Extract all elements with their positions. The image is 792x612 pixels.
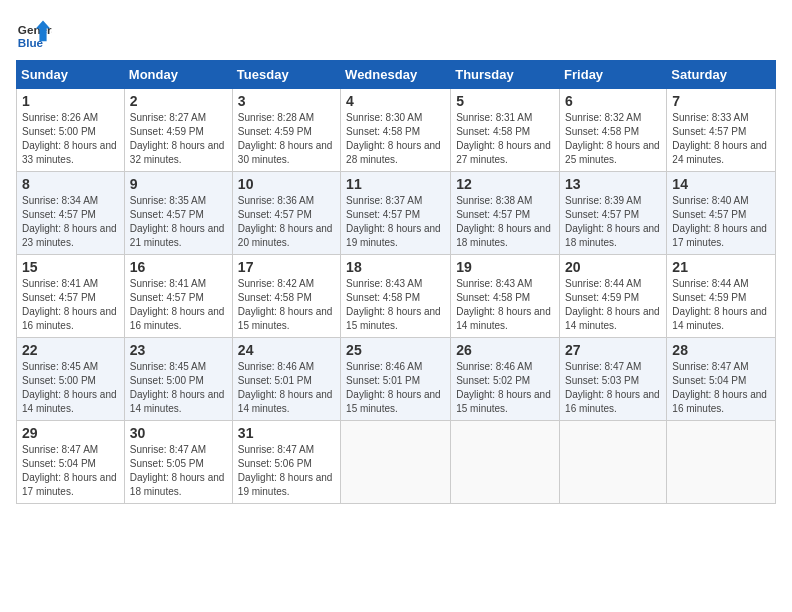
- calendar-cell: 8 Sunrise: 8:34 AMSunset: 4:57 PMDayligh…: [17, 172, 125, 255]
- day-number: 12: [456, 176, 554, 192]
- cell-info: Sunrise: 8:45 AMSunset: 5:00 PMDaylight:…: [130, 361, 225, 414]
- day-number: 23: [130, 342, 227, 358]
- calendar-week-5: 29 Sunrise: 8:47 AMSunset: 5:04 PMDaylig…: [17, 421, 776, 504]
- day-number: 15: [22, 259, 119, 275]
- calendar-cell: 15 Sunrise: 8:41 AMSunset: 4:57 PMDaylig…: [17, 255, 125, 338]
- cell-info: Sunrise: 8:35 AMSunset: 4:57 PMDaylight:…: [130, 195, 225, 248]
- calendar-cell: 4 Sunrise: 8:30 AMSunset: 4:58 PMDayligh…: [341, 89, 451, 172]
- day-number: 13: [565, 176, 661, 192]
- cell-info: Sunrise: 8:44 AMSunset: 4:59 PMDaylight:…: [565, 278, 660, 331]
- cell-info: Sunrise: 8:34 AMSunset: 4:57 PMDaylight:…: [22, 195, 117, 248]
- calendar-cell: 17 Sunrise: 8:42 AMSunset: 4:58 PMDaylig…: [232, 255, 340, 338]
- calendar-cell: 3 Sunrise: 8:28 AMSunset: 4:59 PMDayligh…: [232, 89, 340, 172]
- cell-info: Sunrise: 8:43 AMSunset: 4:58 PMDaylight:…: [456, 278, 551, 331]
- day-number: 20: [565, 259, 661, 275]
- calendar-cell: 22 Sunrise: 8:45 AMSunset: 5:00 PMDaylig…: [17, 338, 125, 421]
- day-number: 22: [22, 342, 119, 358]
- cell-info: Sunrise: 8:47 AMSunset: 5:04 PMDaylight:…: [672, 361, 767, 414]
- calendar-cell: 21 Sunrise: 8:44 AMSunset: 4:59 PMDaylig…: [667, 255, 776, 338]
- cell-info: Sunrise: 8:47 AMSunset: 5:03 PMDaylight:…: [565, 361, 660, 414]
- day-number: 10: [238, 176, 335, 192]
- calendar-cell: 16 Sunrise: 8:41 AMSunset: 4:57 PMDaylig…: [124, 255, 232, 338]
- day-number: 14: [672, 176, 770, 192]
- day-number: 9: [130, 176, 227, 192]
- calendar-cell: 23 Sunrise: 8:45 AMSunset: 5:00 PMDaylig…: [124, 338, 232, 421]
- day-number: 19: [456, 259, 554, 275]
- calendar-cell: 11 Sunrise: 8:37 AMSunset: 4:57 PMDaylig…: [341, 172, 451, 255]
- calendar-cell: 10 Sunrise: 8:36 AMSunset: 4:57 PMDaylig…: [232, 172, 340, 255]
- cell-info: Sunrise: 8:27 AMSunset: 4:59 PMDaylight:…: [130, 112, 225, 165]
- day-number: 27: [565, 342, 661, 358]
- day-number: 11: [346, 176, 445, 192]
- cell-info: Sunrise: 8:32 AMSunset: 4:58 PMDaylight:…: [565, 112, 660, 165]
- cell-info: Sunrise: 8:47 AMSunset: 5:04 PMDaylight:…: [22, 444, 117, 497]
- cell-info: Sunrise: 8:41 AMSunset: 4:57 PMDaylight:…: [22, 278, 117, 331]
- calendar-cell: [451, 421, 560, 504]
- day-number: 2: [130, 93, 227, 109]
- cell-info: Sunrise: 8:44 AMSunset: 4:59 PMDaylight:…: [672, 278, 767, 331]
- page-header: General Blue: [16, 16, 776, 52]
- calendar-header-row: SundayMondayTuesdayWednesdayThursdayFrid…: [17, 61, 776, 89]
- calendar-week-4: 22 Sunrise: 8:45 AMSunset: 5:00 PMDaylig…: [17, 338, 776, 421]
- cell-info: Sunrise: 8:31 AMSunset: 4:58 PMDaylight:…: [456, 112, 551, 165]
- cell-info: Sunrise: 8:46 AMSunset: 5:01 PMDaylight:…: [238, 361, 333, 414]
- cell-info: Sunrise: 8:47 AMSunset: 5:05 PMDaylight:…: [130, 444, 225, 497]
- col-header-monday: Monday: [124, 61, 232, 89]
- day-number: 29: [22, 425, 119, 441]
- calendar-cell: 30 Sunrise: 8:47 AMSunset: 5:05 PMDaylig…: [124, 421, 232, 504]
- calendar-cell: 1 Sunrise: 8:26 AMSunset: 5:00 PMDayligh…: [17, 89, 125, 172]
- cell-info: Sunrise: 8:33 AMSunset: 4:57 PMDaylight:…: [672, 112, 767, 165]
- calendar-cell: 14 Sunrise: 8:40 AMSunset: 4:57 PMDaylig…: [667, 172, 776, 255]
- col-header-wednesday: Wednesday: [341, 61, 451, 89]
- col-header-thursday: Thursday: [451, 61, 560, 89]
- calendar-cell: 25 Sunrise: 8:46 AMSunset: 5:01 PMDaylig…: [341, 338, 451, 421]
- calendar-cell: [667, 421, 776, 504]
- day-number: 8: [22, 176, 119, 192]
- day-number: 17: [238, 259, 335, 275]
- calendar-week-2: 8 Sunrise: 8:34 AMSunset: 4:57 PMDayligh…: [17, 172, 776, 255]
- logo: General Blue: [16, 16, 52, 52]
- cell-info: Sunrise: 8:46 AMSunset: 5:02 PMDaylight:…: [456, 361, 551, 414]
- calendar-cell: 27 Sunrise: 8:47 AMSunset: 5:03 PMDaylig…: [560, 338, 667, 421]
- day-number: 5: [456, 93, 554, 109]
- cell-info: Sunrise: 8:47 AMSunset: 5:06 PMDaylight:…: [238, 444, 333, 497]
- cell-info: Sunrise: 8:42 AMSunset: 4:58 PMDaylight:…: [238, 278, 333, 331]
- calendar-cell: 18 Sunrise: 8:43 AMSunset: 4:58 PMDaylig…: [341, 255, 451, 338]
- col-header-friday: Friday: [560, 61, 667, 89]
- calendar-week-1: 1 Sunrise: 8:26 AMSunset: 5:00 PMDayligh…: [17, 89, 776, 172]
- cell-info: Sunrise: 8:37 AMSunset: 4:57 PMDaylight:…: [346, 195, 441, 248]
- col-header-sunday: Sunday: [17, 61, 125, 89]
- calendar-cell: [560, 421, 667, 504]
- day-number: 16: [130, 259, 227, 275]
- calendar-table: SundayMondayTuesdayWednesdayThursdayFrid…: [16, 60, 776, 504]
- day-number: 25: [346, 342, 445, 358]
- calendar-cell: 7 Sunrise: 8:33 AMSunset: 4:57 PMDayligh…: [667, 89, 776, 172]
- day-number: 28: [672, 342, 770, 358]
- calendar-cell: 2 Sunrise: 8:27 AMSunset: 4:59 PMDayligh…: [124, 89, 232, 172]
- calendar-cell: 6 Sunrise: 8:32 AMSunset: 4:58 PMDayligh…: [560, 89, 667, 172]
- cell-info: Sunrise: 8:39 AMSunset: 4:57 PMDaylight:…: [565, 195, 660, 248]
- day-number: 31: [238, 425, 335, 441]
- day-number: 26: [456, 342, 554, 358]
- calendar-cell: 13 Sunrise: 8:39 AMSunset: 4:57 PMDaylig…: [560, 172, 667, 255]
- cell-info: Sunrise: 8:45 AMSunset: 5:00 PMDaylight:…: [22, 361, 117, 414]
- day-number: 3: [238, 93, 335, 109]
- cell-info: Sunrise: 8:41 AMSunset: 4:57 PMDaylight:…: [130, 278, 225, 331]
- calendar-cell: 9 Sunrise: 8:35 AMSunset: 4:57 PMDayligh…: [124, 172, 232, 255]
- cell-info: Sunrise: 8:38 AMSunset: 4:57 PMDaylight:…: [456, 195, 551, 248]
- cell-info: Sunrise: 8:40 AMSunset: 4:57 PMDaylight:…: [672, 195, 767, 248]
- col-header-tuesday: Tuesday: [232, 61, 340, 89]
- day-number: 4: [346, 93, 445, 109]
- day-number: 24: [238, 342, 335, 358]
- day-number: 30: [130, 425, 227, 441]
- cell-info: Sunrise: 8:30 AMSunset: 4:58 PMDaylight:…: [346, 112, 441, 165]
- calendar-cell: 24 Sunrise: 8:46 AMSunset: 5:01 PMDaylig…: [232, 338, 340, 421]
- calendar-cell: 28 Sunrise: 8:47 AMSunset: 5:04 PMDaylig…: [667, 338, 776, 421]
- calendar-week-3: 15 Sunrise: 8:41 AMSunset: 4:57 PMDaylig…: [17, 255, 776, 338]
- cell-info: Sunrise: 8:46 AMSunset: 5:01 PMDaylight:…: [346, 361, 441, 414]
- calendar-cell: 19 Sunrise: 8:43 AMSunset: 4:58 PMDaylig…: [451, 255, 560, 338]
- day-number: 6: [565, 93, 661, 109]
- day-number: 18: [346, 259, 445, 275]
- day-number: 7: [672, 93, 770, 109]
- cell-info: Sunrise: 8:43 AMSunset: 4:58 PMDaylight:…: [346, 278, 441, 331]
